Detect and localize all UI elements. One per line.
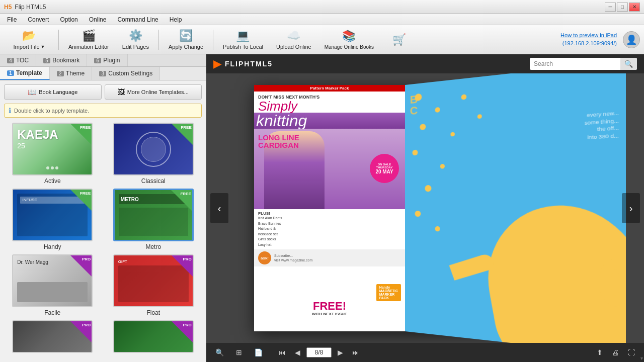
search-input[interactable] <box>530 58 620 69</box>
template-extra1[interactable]: PRO <box>4 320 101 353</box>
title-bar: H5 Flip HTML5 ─ □ ✕ <box>0 0 644 14</box>
toolbar: 📂 Import File ▼ 🎬 Animation Editor ⚙️ Ed… <box>0 25 644 54</box>
template-facile[interactable]: Dr. Wer Magg PRO Facile <box>4 254 101 316</box>
viewer-app-name: FLIPHTML5 <box>225 60 273 68</box>
menu-file[interactable]: File <box>2 15 22 24</box>
tab-plugin[interactable]: 6 Plugin <box>87 54 127 66</box>
ipad-link[interactable]: How to preview in iPad (192.168.2.109:90… <box>560 32 617 47</box>
apply-change-button[interactable]: 🔄 Apply Change <box>163 27 209 52</box>
cart-button[interactable]: 🛒 <box>381 27 417 52</box>
toolbar-separator-2 <box>158 30 159 50</box>
tab-template[interactable]: 1 Template <box>0 67 50 80</box>
manage-online-icon: 📚 <box>342 30 356 43</box>
fullscreen-button[interactable]: ⛶ <box>625 347 638 358</box>
info-icon: ℹ <box>9 107 11 115</box>
animation-editor-button[interactable]: 🎬 Animation Editor <box>63 27 115 52</box>
menu-help[interactable]: Help <box>165 15 187 24</box>
next-page-nav-button[interactable]: ▶ <box>335 347 346 358</box>
minimize-button[interactable]: ─ <box>605 3 616 12</box>
template-float[interactable]: GIFT PRO Float <box>105 254 202 316</box>
grid-view-button[interactable]: ⊞ <box>233 347 245 358</box>
template-active[interactable]: KAEJA 25 FREE Active <box>4 123 101 185</box>
close-button[interactable]: ✕ <box>629 3 640 12</box>
avatar-icon: 👤 <box>626 34 637 45</box>
action-buttons: 📖 Book Language 🖼 More Online Templates.… <box>0 80 206 104</box>
first-page-button[interactable]: ⏮ <box>276 347 289 358</box>
single-view-button[interactable]: 📄 <box>251 347 266 358</box>
user-avatar[interactable]: 👤 ▼ <box>623 31 640 48</box>
last-page-button[interactable]: ⏭ <box>349 347 362 358</box>
left-panel: 4 TOC 5 Bookmark 6 Plugin 1 Template 2 T… <box>0 54 206 362</box>
print-button[interactable]: 🖨 <box>609 347 622 358</box>
toolbar-separator-1 <box>58 30 59 50</box>
zoom-in-button[interactable]: 🔍 <box>212 347 227 358</box>
dropdown-arrow-icon: ▼ <box>41 44 45 49</box>
cart-icon: 🛒 <box>392 33 406 46</box>
menu-bar: File Convert Option Online Command Line … <box>0 14 644 25</box>
publish-local-button[interactable]: 💻 Publish To Local <box>217 27 269 52</box>
import-icon: 📂 <box>22 29 36 42</box>
tab-toc[interactable]: 4 TOC <box>0 54 36 66</box>
tab-theme[interactable]: 2 Theme <box>50 67 92 80</box>
share-button[interactable]: ⬆ <box>594 347 606 358</box>
templates-grid: KAEJA 25 FREE Active <box>4 123 202 353</box>
user-area: How to preview in iPad (192.168.2.109:90… <box>560 31 640 48</box>
edit-pages-icon: ⚙️ <box>129 29 142 42</box>
window-controls: ─ □ ✕ <box>605 3 640 12</box>
template-metro[interactable]: METRO FREE Metro <box>105 189 202 250</box>
page-left: Pattern Marker Pack DON'T MISS NEXT MONT… <box>254 85 405 331</box>
maximize-button[interactable]: □ <box>617 3 628 12</box>
more-templates-button[interactable]: 🖼 More Online Templates... <box>105 84 202 100</box>
viewer-panel: ▶ FLIPHTML5 🔍 ‹ Pattern Marker Pack DON'… <box>206 54 644 362</box>
menu-convert[interactable]: Convert <box>23 15 54 24</box>
language-icon: 📖 <box>28 88 36 96</box>
next-page-button[interactable]: › <box>622 193 640 223</box>
tab-custom-settings[interactable]: 3 Custom Settings <box>92 67 160 80</box>
template-extra2[interactable]: PRO <box>105 320 202 353</box>
menu-option[interactable]: Option <box>55 15 83 24</box>
main-content: 4 TOC 5 Bookmark 6 Plugin 1 Template 2 T… <box>0 54 644 362</box>
template-classical[interactable]: FREE Classical <box>105 123 202 185</box>
search-box: 🔍 <box>530 58 637 70</box>
viewer-bottom-bar: 🔍 ⊞ 📄 ⏮ ◀ 8/8 ▶ ⏭ ⬆ 🖨 ⛶ <box>206 343 644 362</box>
viewer-logo-icon: ▶ <box>213 58 221 70</box>
import-file-button[interactable]: 📂 Import File ▼ <box>4 27 54 52</box>
info-bar: ℹ Double click to apply template. <box>4 104 202 118</box>
page-indicator[interactable]: 8/8 <box>306 347 332 357</box>
viewer-header: ▶ FLIPHTML5 🔍 <box>206 54 644 73</box>
upload-online-icon: ☁️ <box>287 29 300 42</box>
book-language-button[interactable]: 📖 Book Language <box>4 84 102 100</box>
manage-online-button[interactable]: 📚 Manage Online Books <box>319 27 379 52</box>
prev-page-nav-button[interactable]: ◀ <box>292 347 303 358</box>
page-right: BC every new...some thing...the off...in… <box>405 73 626 343</box>
tab-bookmark[interactable]: 5 Bookmark <box>36 54 87 66</box>
template-handy[interactable]: INFUSE FREE Handy <box>4 189 101 250</box>
edit-pages-button[interactable]: ⚙️ Edit Pages <box>117 27 154 52</box>
animation-icon: 🎬 <box>82 29 96 42</box>
toolbar-separator-3 <box>213 30 213 50</box>
upload-online-button[interactable]: ☁️ Upload Online <box>271 27 317 52</box>
tabs-row-1: 4 TOC 5 Bookmark 6 Plugin <box>0 54 206 67</box>
menu-command-line[interactable]: Command Line <box>112 15 163 24</box>
search-button[interactable]: 🔍 <box>620 58 637 70</box>
app-icon: H5 <box>4 4 12 11</box>
menu-online[interactable]: Online <box>84 15 112 24</box>
templates-icon: 🖼 <box>118 88 125 96</box>
templates-area: KAEJA 25 FREE Active <box>0 121 206 362</box>
app-title: H5 Flip HTML5 <box>4 4 46 11</box>
apply-change-icon: 🔄 <box>179 29 193 42</box>
dropdown-icon: ▼ <box>639 356 644 361</box>
publish-local-icon: 💻 <box>236 29 250 42</box>
tabs-row-2: 1 Template 2 Theme 3 Custom Settings <box>0 67 206 80</box>
book-spread: Pattern Marker Pack DON'T MISS NEXT MONT… <box>254 85 596 331</box>
book-viewer: ‹ Pattern Marker Pack DON'T MISS NEXT MO… <box>206 73 644 343</box>
prev-page-button[interactable]: ‹ <box>210 193 228 223</box>
